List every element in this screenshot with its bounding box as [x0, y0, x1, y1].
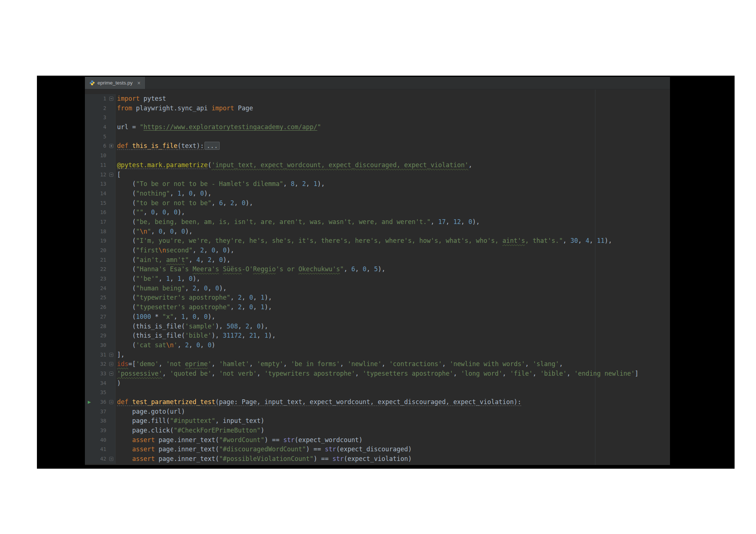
code-text[interactable]	[116, 132, 670, 142]
code-line[interactable]: 23 ("'be'", 1, 1, 0),	[85, 274, 670, 284]
code-text[interactable]: [	[116, 170, 670, 180]
code-text[interactable]: ("typesetter's apostrophe", 2, 0, 1),	[116, 303, 670, 312]
code-text[interactable]: 'possessive', 'quoted be', 'not verb', '…	[116, 369, 670, 379]
code-text[interactable]: ("\n", 0, 0, 0),	[116, 227, 670, 237]
code-text[interactable]: ("ain't, amn't", 4, 2, 0),	[116, 255, 670, 265]
code-line[interactable]: 2from playwright.sync_api import Page	[85, 104, 670, 113]
code-text[interactable]	[116, 388, 670, 397]
code-line[interactable]: 24 ("human being", 2, 0, 0),	[85, 284, 670, 293]
code-text[interactable]: ("nothing", 1, 0, 0),	[116, 189, 670, 199]
code-text[interactable]: ("'be'", 1, 1, 0),	[116, 274, 670, 284]
code-line[interactable]: 21 ("ain't, amn't", 4, 2, 0),	[85, 255, 670, 265]
code-text[interactable]	[116, 151, 670, 161]
code-area[interactable]: 1−import pytest2from playwright.sync_api…	[85, 89, 670, 464]
code-line[interactable]: 34)	[85, 379, 670, 388]
code-text[interactable]: assert page.inner_text("#discouragedWord…	[116, 445, 670, 454]
code-line[interactable]: 35	[85, 388, 670, 397]
fold-collapse-icon[interactable]: −	[109, 97, 113, 101]
code-text[interactable]: ("human being", 2, 0, 0),	[116, 284, 670, 293]
code-text[interactable]: def test_parametrized_test(page: Page, i…	[116, 397, 670, 407]
code-text[interactable]: ("first\nsecond", 2, 0, 0),	[116, 246, 670, 255]
code-token: 2	[302, 180, 306, 187]
code-line[interactable]: 16 ("", 0, 0, 0),	[85, 208, 670, 217]
code-text[interactable]: assert page.inner_text("#wordCount") == …	[116, 435, 670, 445]
code-text[interactable]	[116, 113, 670, 123]
code-text[interactable]: ("To be or not to be - Hamlet's dilemma"…	[116, 179, 670, 189]
code-line[interactable]: 29 (this_is_file('bible'), 31172, 21, 1)…	[85, 331, 670, 341]
code-line[interactable]: 22 ("Hanna's Esa's Meera's Süëss-O'Reggi…	[85, 265, 670, 274]
code-line[interactable]: 20 ("first\nsecond", 2, 0, 0),	[85, 246, 670, 255]
folded-region-ellipsis[interactable]: ...	[205, 142, 220, 150]
code-line[interactable]: 25 ("typewriter's apostrophe", 2, 0, 1),	[85, 293, 670, 303]
code-line[interactable]: 3	[85, 113, 670, 123]
code-text[interactable]: from playwright.sync_api import Page	[116, 104, 670, 113]
fold-collapse-icon[interactable]: −	[109, 457, 113, 461]
code-token: from	[117, 104, 132, 112]
gutter-spacer	[85, 303, 94, 312]
code-line[interactable]: 41 assert page.inner_text("#discouragedW…	[85, 445, 670, 454]
code-text[interactable]: assert page.inner_text("#possibleViolati…	[116, 454, 670, 464]
code-text[interactable]: (1000 * "x", 1, 0, 0),	[116, 312, 670, 322]
code-line[interactable]: ▶36−def test_parametrized_test(page: Pag…	[85, 397, 670, 407]
code-line[interactable]: 27 (1000 * "x", 1, 0, 0),	[85, 312, 670, 322]
code-line[interactable]: 33−'possessive', 'quoted be', 'not verb'…	[85, 369, 670, 379]
code-line[interactable]: 19 ("I'm, you're, we're, they're, he's, …	[85, 236, 670, 246]
code-line[interactable]: 14 ("nothing", 1, 0, 0),	[85, 189, 670, 199]
fold-collapse-icon[interactable]: −	[109, 372, 113, 376]
line-number: 34	[94, 379, 107, 388]
code-line[interactable]: 12−[	[85, 170, 670, 180]
code-line[interactable]: 4url = "https://www.exploratorytestingac…	[85, 123, 670, 132]
code-text[interactable]: def this_is_file(text):...	[116, 141, 670, 151]
code-line[interactable]: 11@pytest.mark.parametrize('input_text, …	[85, 161, 670, 170]
code-token: ),	[219, 285, 226, 292]
code-text[interactable]: ("typewriter's apostrophe", 2, 0, 1),	[116, 293, 670, 303]
code-line[interactable]: 30 ('cat sat\n', 2, 0, 0)	[85, 341, 670, 350]
code-line[interactable]: 13 ("To be or not to be - Hamlet's dilem…	[85, 179, 670, 189]
fold-collapse-icon[interactable]: −	[109, 353, 113, 357]
fold-collapse-icon[interactable]: −	[109, 173, 113, 177]
code-line[interactable]: 5	[85, 132, 670, 142]
code-text[interactable]: import pytest	[116, 94, 670, 104]
code-line[interactable]: 42− assert page.inner_text("#possibleVio…	[85, 454, 670, 464]
tab-close-icon[interactable]: ×	[137, 80, 141, 86]
code-text[interactable]: ("be, being, been, am, is, isn't, are, a…	[116, 217, 670, 227]
code-text[interactable]: page.click("#CheckForEPrimeButton")	[116, 426, 670, 435]
code-line[interactable]: 39 page.click("#CheckForEPrimeButton")	[85, 426, 670, 435]
line-number: 21	[94, 255, 107, 265]
code-line[interactable]: 37 page.goto(url)	[85, 407, 670, 417]
code-text[interactable]: @pytest.mark.parametrize('input_text, ex…	[116, 161, 670, 170]
code-text[interactable]: )	[116, 379, 670, 388]
run-test-icon[interactable]: ▶	[85, 397, 94, 407]
code-line[interactable]: 38 page.fill("#inputtext", input_text)	[85, 416, 670, 426]
code-text[interactable]: ("Hanna's Esa's Meera's Süëss-O'Reggio's…	[116, 265, 670, 274]
code-line[interactable]: 18 ("\n", 0, 0, 0),	[85, 227, 670, 237]
code-text[interactable]: (this_is_file('bible'), 31172, 21, 1),	[116, 331, 670, 341]
code-text[interactable]: page.goto(url)	[116, 407, 670, 417]
code-line[interactable]: 31−],	[85, 350, 670, 360]
code-line[interactable]: 28 (this_is_file('sample'), 508, 2, 0),	[85, 322, 670, 331]
editor-tab[interactable]: eprime_tests.py ×	[85, 77, 145, 89]
code-line[interactable]: 15 ("to be or not to be", 6, 2, 0),	[85, 199, 670, 208]
code-token: (	[117, 265, 136, 273]
code-text[interactable]: url = "https://www.exploratorytestingaca…	[116, 123, 670, 132]
code-line[interactable]: 17 ("be, being, been, am, is, isn't, are…	[85, 217, 670, 227]
code-text[interactable]: ],	[116, 350, 670, 360]
code-text[interactable]: page.fill("#inputtext", input_text)	[116, 416, 670, 426]
code-text[interactable]: ("", 0, 0, 0),	[116, 208, 670, 217]
code-line[interactable]: 32−ids=['demo', 'not eprime', 'hamlet', …	[85, 359, 670, 369]
code-text[interactable]: (this_is_file('sample'), 508, 2, 0),	[116, 322, 670, 331]
code-line[interactable]: 10	[85, 151, 670, 161]
code-token: 'file'	[510, 370, 533, 377]
code-text[interactable]: ('cat sat\n', 2, 0, 0)	[116, 341, 670, 350]
code-line[interactable]: 1−import pytest	[85, 94, 670, 104]
code-text[interactable]: ids=['demo', 'not eprime', 'hamlet', 'em…	[116, 359, 670, 369]
fold-collapse-icon[interactable]: −	[109, 400, 113, 404]
code-line[interactable]: 40 assert page.inner_text("#wordCount") …	[85, 435, 670, 445]
code-token: ,	[185, 313, 192, 320]
code-line[interactable]: 6+def this_is_file(text):...	[85, 141, 670, 151]
code-line[interactable]: 26 ("typesetter's apostrophe", 2, 0, 1),	[85, 303, 670, 312]
code-text[interactable]: ("to be or not to be", 6, 2, 0),	[116, 199, 670, 208]
code-text[interactable]: ("I'm, you're, we're, they're, he's, she…	[116, 236, 670, 246]
fold-expand-icon[interactable]: +	[109, 144, 113, 148]
fold-collapse-icon[interactable]: −	[109, 362, 113, 366]
